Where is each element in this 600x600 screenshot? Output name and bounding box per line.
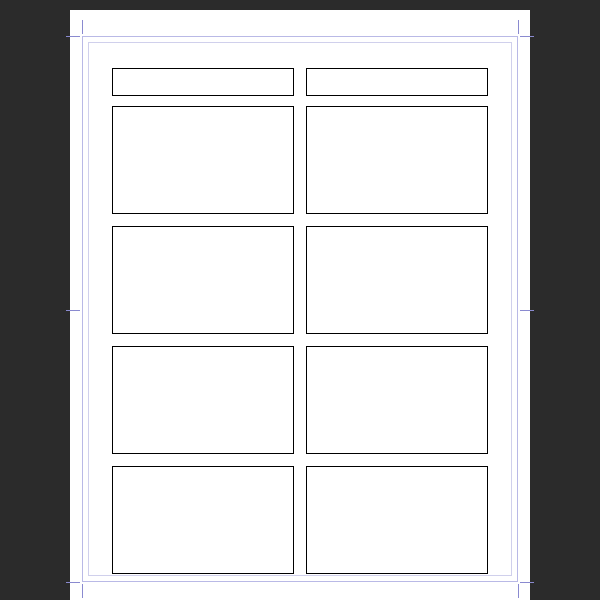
card-row <box>112 346 488 454</box>
crop-mark <box>520 310 534 311</box>
crop-mark <box>82 20 83 34</box>
card-cell[interactable] <box>306 106 488 214</box>
card-row <box>112 226 488 334</box>
card-cell[interactable] <box>306 466 488 574</box>
template-grid <box>112 68 488 586</box>
header-row <box>112 68 488 96</box>
card-cell[interactable] <box>112 226 294 334</box>
card-cell[interactable] <box>112 106 294 214</box>
card-cell[interactable] <box>306 346 488 454</box>
crop-mark <box>520 36 534 37</box>
header-cell[interactable] <box>306 68 488 96</box>
crop-mark <box>518 20 519 34</box>
crop-mark <box>66 36 80 37</box>
crop-mark <box>82 584 83 598</box>
card-row <box>112 466 488 574</box>
card-cell[interactable] <box>306 226 488 334</box>
card-row <box>112 106 488 214</box>
card-cell[interactable] <box>112 466 294 574</box>
crop-mark <box>518 584 519 598</box>
card-cell[interactable] <box>112 346 294 454</box>
header-cell[interactable] <box>112 68 294 96</box>
crop-mark <box>520 582 534 583</box>
page-canvas[interactable] <box>70 10 530 600</box>
crop-mark <box>66 310 80 311</box>
crop-mark <box>66 582 80 583</box>
